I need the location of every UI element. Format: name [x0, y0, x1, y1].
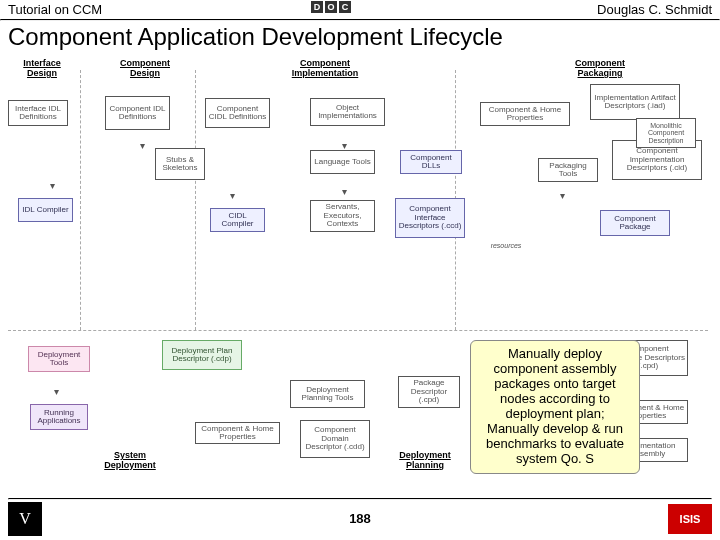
box-idl-compiler: IDL Compiler: [18, 198, 73, 222]
doc-logo: DOC: [310, 0, 352, 13]
arrow-icon: ▾: [342, 140, 347, 151]
diagram-canvas: Interface Design Component Design Compon…: [0, 50, 720, 520]
box-lang-tools: Language Tools: [310, 150, 375, 174]
box-comp-dlls: Component DLLs: [400, 150, 462, 174]
footer-rule: [8, 498, 712, 500]
box-obj-impl: Object Implementations: [310, 98, 385, 126]
box-cdp: Deployment Plan Descriptor (.cdp): [162, 340, 242, 370]
arrow-icon: ▾: [50, 180, 55, 191]
callout-manual-deploy: Manually deploy component assembly packa…: [470, 340, 640, 474]
lane-system-deployment: System Deployment: [90, 450, 170, 470]
vanderbilt-emblem: V: [8, 502, 42, 536]
arrow-icon: ▾: [140, 140, 145, 151]
arrow-icon: ▾: [342, 186, 347, 197]
lane-component-packaging: Component Packaging: [560, 58, 640, 78]
box-comp-idl-defs: Component IDL Definitions: [105, 96, 170, 130]
box-cpd-1: Package Descriptor (.cpd): [398, 376, 460, 408]
lane-sep-1: [80, 70, 81, 330]
box-deploy-tools: Deployment Tools: [28, 346, 90, 372]
box-iad: Implementation Artifact Descriptors (.ia…: [590, 84, 680, 120]
header-left: Tutorial on CCM: [8, 2, 102, 17]
box-cidl-defs: Component CIDL Definitions: [205, 98, 270, 128]
lane-component-design: Component Design: [110, 58, 180, 78]
lane-sep-2: [195, 70, 196, 330]
page-number: 188: [0, 511, 720, 526]
box-comp-package: Component Package: [600, 210, 670, 236]
note-resources: resources: [476, 240, 536, 252]
box-cdd: Component Domain Descriptor (.cdd): [300, 420, 370, 458]
box-dep-plan-tools: Deployment Planning Tools: [290, 380, 365, 408]
box-running-apps: Running Applications: [30, 404, 88, 430]
arrow-icon: ▾: [54, 386, 59, 397]
box-monolithic: Monolithic Component Description: [636, 118, 696, 148]
page-title: Component Application Development Lifecy…: [0, 21, 720, 51]
isis-emblem: ISIS: [668, 504, 712, 534]
box-servants: Servants, Executors, Contexts: [310, 200, 375, 232]
header-right: Douglas C. Schmidt: [597, 2, 712, 17]
lane-component-impl: Component Implementation: [280, 58, 370, 78]
arrow-icon: ▾: [560, 190, 565, 201]
box-cidl-compiler: CIDL Compiler: [210, 208, 265, 232]
box-comp-home-props-2: Component & Home Properties: [195, 422, 280, 444]
box-packaging-tools: Packaging Tools: [538, 158, 598, 182]
box-ccd: Component Interface Descriptors (.ccd): [395, 198, 465, 238]
box-stubs-skel: Stubs & Skeletons: [155, 148, 205, 180]
box-idl-defs: Interface IDL Definitions: [8, 100, 68, 126]
lane-deployment-planning: Deployment Planning: [380, 450, 470, 470]
arrow-icon: ▾: [230, 190, 235, 201]
lane-sep-horiz: [8, 330, 708, 331]
box-comp-home-props-1: Component & Home Properties: [480, 102, 570, 126]
lane-interface-design: Interface Design: [12, 58, 72, 78]
